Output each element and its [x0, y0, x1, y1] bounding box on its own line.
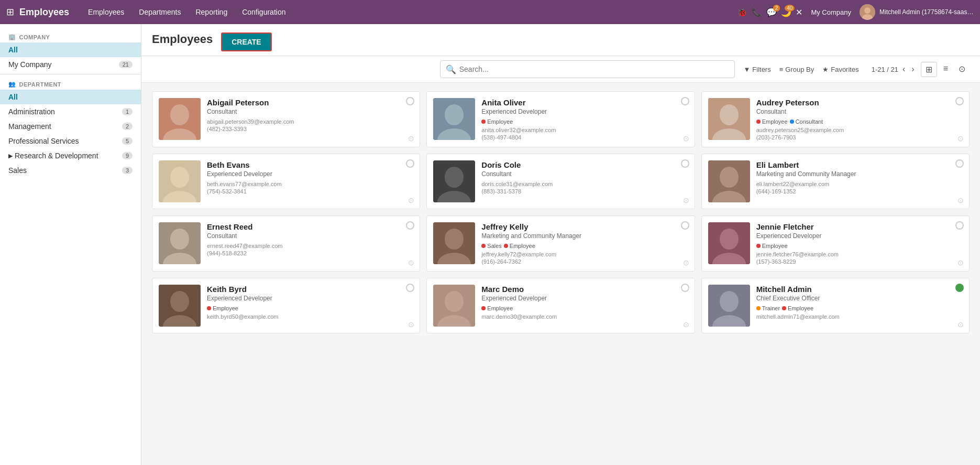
employee-email: jennie.fletcher76@example.com — [756, 251, 963, 257]
employee-role: Consultant — [756, 108, 963, 115]
search-bar[interactable]: 🔍 — [440, 60, 735, 78]
close-icon[interactable]: ✕ — [796, 7, 802, 17]
clock-view-button[interactable]: ⊙ — [954, 62, 970, 77]
card-select-button[interactable] — [681, 284, 689, 292]
card-select-button[interactable] — [955, 97, 964, 105]
card-clock-button[interactable]: ⊙ — [408, 196, 414, 204]
employee-role: Experienced Developer — [207, 295, 413, 302]
employee-photo — [159, 285, 201, 327]
employee-card[interactable]: Abigail Peterson Consultant abigail.pete… — [152, 91, 420, 147]
search-input[interactable] — [459, 65, 730, 73]
employee-role: Chief Executive Officer — [756, 295, 963, 302]
tag-dot — [756, 120, 761, 124]
sidebar-item-department-all[interactable]: All — [0, 90, 141, 104]
sidebar-item-research-development[interactable]: ▶ Research & Development 9 — [0, 148, 141, 163]
employee-phone: (538)-497-4804 — [481, 134, 688, 140]
list-view-button[interactable]: ≡ — [939, 62, 952, 77]
tag-dot — [207, 306, 211, 310]
card-select-button[interactable] — [681, 221, 689, 230]
prev-page-button[interactable]: ‹ — [900, 63, 907, 75]
employee-role: Consultant — [481, 170, 688, 178]
employee-info: Abigail Peterson Consultant abigail.pete… — [207, 98, 413, 132]
company-name[interactable]: My Company — [811, 8, 851, 16]
kanban-view-button[interactable]: ⊞ — [921, 62, 937, 77]
card-clock-button[interactable]: ⊙ — [408, 320, 414, 329]
card-clock-button[interactable]: ⊙ — [957, 320, 964, 329]
employee-info: Audrey Peterson Consultant Employee Cons… — [756, 98, 963, 140]
card-clock-button[interactable]: ⊙ — [957, 258, 964, 267]
moon-icon[interactable]: 🌙 40 — [781, 7, 791, 17]
svg-point-10 — [720, 104, 739, 125]
employee-phone: (644)-169-1352 — [756, 188, 963, 194]
employee-card[interactable]: Marc Demo Experienced Developer Employee… — [426, 278, 695, 333]
chat-icon[interactable]: 💬 2 — [766, 7, 777, 17]
groupby-button[interactable]: ≡ Group By — [775, 63, 819, 75]
nav-employees[interactable]: Employees — [82, 6, 130, 18]
card-select-button[interactable] — [681, 159, 689, 168]
sidebar-item-company-all[interactable]: All — [0, 42, 141, 57]
card-clock-button[interactable]: ⊙ — [957, 196, 964, 204]
groupby-icon: ≡ — [779, 66, 784, 73]
employee-info: Mitchell Admin Chief Executive Officer T… — [756, 285, 963, 321]
grid-icon[interactable]: ⊞ — [6, 6, 14, 18]
employee-card[interactable]: Keith Byrd Experienced Developer Employe… — [152, 278, 420, 333]
employee-photo — [433, 98, 475, 140]
nav-links: Employees Departments Reporting Configur… — [82, 6, 737, 18]
employee-card[interactable]: Anita Oliver Experienced Developer Emplo… — [426, 91, 695, 147]
employee-name: Mitchell Admin — [756, 285, 963, 294]
filters-button[interactable]: ▼ Filters — [739, 63, 775, 75]
employee-card[interactable]: Audrey Peterson Consultant Employee Cons… — [701, 91, 970, 147]
main-content: Employees CREATE 🔍 ▼ Filters ≡ Group By — [141, 24, 980, 465]
employee-tag: Employee — [504, 243, 535, 249]
svg-point-1 — [864, 7, 871, 14]
svg-point-31 — [170, 291, 189, 312]
page-header: Employees CREATE — [141, 24, 980, 56]
card-select-button[interactable] — [681, 97, 689, 105]
favorites-button[interactable]: ★ Favorites — [818, 63, 863, 75]
card-select-button[interactable] — [955, 159, 964, 168]
star-icon: ★ — [822, 66, 829, 73]
nav-reporting[interactable]: Reporting — [189, 6, 234, 18]
card-select-button[interactable] — [955, 221, 964, 230]
card-clock-button[interactable]: ⊙ — [408, 258, 414, 267]
card-clock-button[interactable]: ⊙ — [683, 134, 689, 143]
card-clock-button[interactable]: ⊙ — [683, 320, 689, 329]
nav-departments[interactable]: Departments — [133, 6, 187, 18]
sidebar-item-sales[interactable]: Sales 3 — [0, 163, 141, 178]
nav-configuration[interactable]: Configuration — [236, 6, 292, 18]
chevron-icon: ▶ — [8, 153, 13, 159]
employee-name: Abigail Peterson — [207, 98, 413, 107]
employee-phone: (754)-532-3841 — [207, 188, 413, 194]
employee-card[interactable]: Jeffrey Kelly Marketing and Community Ma… — [426, 215, 695, 272]
sidebar-item-management[interactable]: Management 2 — [0, 119, 141, 134]
employees-grid: Abigail Peterson Consultant abigail.pete… — [141, 83, 980, 342]
employee-photo — [433, 160, 475, 202]
company-section-label: 🏢 COMPANY — [0, 29, 141, 42]
sidebar-item-administration[interactable]: Administration 1 — [0, 104, 141, 119]
next-page-button[interactable]: › — [909, 63, 916, 75]
employee-tags: Employee — [207, 305, 413, 311]
phone-icon[interactable]: 📞 — [752, 7, 762, 17]
employee-photo — [433, 222, 475, 264]
bug-icon[interactable]: 🐞 — [737, 7, 747, 17]
tag-dot — [481, 120, 486, 124]
employee-card[interactable]: Ernest Reed Consultant ernest.reed47@exa… — [152, 215, 420, 272]
employee-card[interactable]: Beth Evans Experienced Developer beth.ev… — [152, 154, 420, 209]
employee-card[interactable]: Mitchell Admin Chief Executive Officer T… — [701, 278, 970, 333]
employee-photo — [708, 285, 750, 327]
employee-card[interactable]: Jennie Fletcher Experienced Developer Em… — [701, 215, 970, 272]
card-clock-button[interactable]: ⊙ — [683, 196, 689, 204]
employee-card[interactable]: Doris Cole Consultant doris.cole31@examp… — [426, 154, 695, 209]
sidebar-item-professional-services[interactable]: Professional Services 5 — [0, 134, 141, 148]
card-clock-button[interactable]: ⊙ — [683, 258, 689, 267]
card-clock-button[interactable]: ⊙ — [408, 134, 414, 143]
employee-card[interactable]: Eli Lambert Marketing and Community Mana… — [701, 154, 970, 209]
create-button[interactable]: CREATE — [221, 33, 272, 51]
tag-dot — [782, 306, 786, 310]
employee-tag: Sales — [481, 243, 502, 249]
employee-role: Consultant — [207, 108, 413, 115]
avatar[interactable] — [860, 4, 875, 20]
card-select-button[interactable] — [955, 284, 964, 292]
card-clock-button[interactable]: ⊙ — [957, 134, 964, 143]
sidebar-item-my-company[interactable]: My Company 21 — [0, 57, 141, 72]
